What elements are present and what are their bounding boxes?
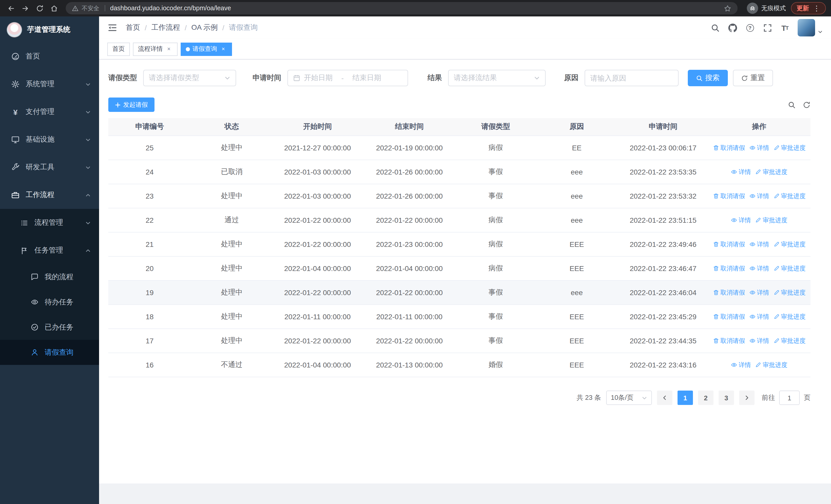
- bookmark-star-icon[interactable]: [724, 4, 732, 12]
- detail-link[interactable]: 详情: [749, 144, 769, 152]
- app-logo[interactable]: 芋道管理系统: [0, 17, 99, 42]
- goto-page-input[interactable]: [779, 391, 800, 405]
- approval-progress-link[interactable]: 审批进度: [773, 240, 806, 249]
- page-size-select[interactable]: 10条/页: [606, 391, 652, 405]
- detail-link[interactable]: 详情: [749, 312, 769, 321]
- breadcrumb-item[interactable]: 首页: [126, 23, 140, 32]
- forward-icon[interactable]: [19, 2, 32, 15]
- detail-link[interactable]: 详情: [749, 288, 769, 297]
- user-avatar[interactable]: [798, 19, 815, 36]
- plus-icon: [115, 102, 121, 108]
- sidebar-item-done-tasks[interactable]: 已办任务: [0, 315, 99, 340]
- create-leave-button[interactable]: 发起请假: [108, 97, 154, 112]
- sidebar-item-my-process[interactable]: 我的流程: [0, 264, 99, 290]
- create-leave-label: 发起请假: [123, 100, 148, 109]
- refresh-icon: [741, 75, 748, 81]
- page-button-3[interactable]: 3: [719, 391, 734, 405]
- reset-button-label: 重置: [750, 73, 765, 83]
- breadcrumb-item[interactable]: 工作流程: [151, 23, 180, 32]
- detail-link[interactable]: 详情: [749, 240, 769, 249]
- trash-icon: [713, 314, 719, 320]
- cancel-leave-link[interactable]: 取消请假: [713, 336, 745, 345]
- sidebar-item-payment[interactable]: ¥ 支付管理: [0, 98, 99, 126]
- github-icon[interactable]: [724, 17, 741, 39]
- eye-icon: [731, 217, 737, 223]
- cancel-leave-link[interactable]: 取消请假: [713, 264, 745, 273]
- detail-link[interactable]: 详情: [749, 264, 769, 273]
- approval-progress-link[interactable]: 审批进度: [773, 336, 806, 345]
- not-secure-warning-icon[interactable]: [72, 5, 79, 11]
- cancel-leave-link[interactable]: 取消请假: [713, 192, 745, 200]
- page-button-2[interactable]: 2: [698, 391, 713, 405]
- browser-update-button[interactable]: 更新 ⋮: [791, 2, 826, 14]
- search-button[interactable]: 搜索: [688, 70, 728, 86]
- approval-progress-link[interactable]: 审批进度: [773, 192, 806, 200]
- tab-bar: 首页 流程详情 × 请假查询 ×: [99, 39, 831, 60]
- home-icon[interactable]: [47, 2, 61, 15]
- detail-link[interactable]: 详情: [731, 360, 751, 369]
- approval-progress-link[interactable]: 审批进度: [773, 264, 806, 273]
- close-icon[interactable]: ×: [165, 46, 172, 53]
- collapse-sidebar-icon[interactable]: [107, 23, 118, 33]
- approval-progress-link[interactable]: 审批进度: [755, 216, 787, 225]
- url-text[interactable]: dashboard.yudao.iocoder.cn/bpm/oa/leave: [110, 5, 231, 12]
- font-size-icon[interactable]: TT: [776, 17, 794, 39]
- back-icon[interactable]: [4, 2, 18, 15]
- browser-menu-icon[interactable]: ⋮: [813, 4, 820, 12]
- detail-link[interactable]: 详情: [731, 168, 751, 176]
- approval-progress-link[interactable]: 审批进度: [755, 168, 787, 176]
- toggle-search-icon[interactable]: [788, 101, 796, 109]
- approval-progress-link[interactable]: 审批进度: [773, 288, 806, 297]
- sidebar-item-label: 流程管理: [34, 218, 63, 227]
- apply-time-range-picker[interactable]: 开始日期 - 结束日期: [287, 70, 408, 86]
- incognito-badge: 无痕模式: [747, 3, 786, 14]
- close-icon[interactable]: ×: [220, 46, 227, 53]
- sidebar-item-system[interactable]: 系统管理: [0, 70, 99, 98]
- cancel-leave-link[interactable]: 取消请假: [713, 312, 745, 321]
- sidebar-item-leave-query[interactable]: 请假查询: [0, 340, 99, 365]
- breadcrumb-item[interactable]: OA 示例: [192, 23, 218, 32]
- sidebar-item-todo-tasks[interactable]: 待办任务: [0, 290, 99, 315]
- tab-home[interactable]: 首页: [107, 42, 130, 56]
- page-button-1[interactable]: 1: [678, 391, 693, 405]
- cancel-leave-link[interactable]: 取消请假: [713, 240, 745, 249]
- eye-icon: [749, 338, 755, 344]
- chevron-right-icon: [744, 395, 750, 401]
- sidebar-item-infra[interactable]: 基础设施: [0, 126, 99, 153]
- reload-icon[interactable]: [33, 2, 46, 15]
- approval-progress-link[interactable]: 审批进度: [773, 312, 806, 321]
- detail-link[interactable]: 详情: [749, 336, 769, 345]
- cancel-leave-link[interactable]: 取消请假: [713, 288, 745, 297]
- security-label[interactable]: 不安全: [82, 4, 99, 12]
- tab-leave-query[interactable]: 请假查询 ×: [181, 42, 232, 56]
- sidebar-item-task-mgmt[interactable]: 任务管理: [0, 237, 99, 264]
- wrench-icon: [11, 163, 20, 171]
- sidebar-item-home[interactable]: 首页: [0, 42, 99, 70]
- pen-icon: [773, 314, 779, 320]
- address-bar[interactable]: 不安全 dashboard.yudao.iocoder.cn/bpm/oa/le…: [66, 2, 738, 14]
- fullscreen-icon[interactable]: [758, 17, 776, 39]
- detail-link[interactable]: 详情: [749, 192, 769, 200]
- cancel-leave-link[interactable]: 取消请假: [713, 144, 745, 152]
- next-page-button[interactable]: [739, 391, 754, 405]
- approval-progress-link[interactable]: 审批进度: [773, 144, 806, 152]
- sidebar-item-label: 我的流程: [45, 272, 74, 281]
- detail-link[interactable]: 详情: [731, 216, 751, 225]
- sidebar-item-devtools[interactable]: 研发工具: [0, 153, 99, 181]
- leave-type-select[interactable]: 请选择请假类型: [143, 70, 236, 86]
- header-search-icon[interactable]: [706, 17, 724, 39]
- tab-process-detail[interactable]: 流程详情 ×: [133, 42, 178, 56]
- approval-progress-link[interactable]: 审批进度: [755, 360, 787, 369]
- result-select[interactable]: 请选择流结果: [448, 70, 546, 86]
- flag-icon: [21, 247, 28, 254]
- prev-page-button[interactable]: [657, 391, 672, 405]
- reset-button[interactable]: 重置: [733, 70, 773, 86]
- col-header-applied: 申请时间: [618, 122, 708, 131]
- help-icon[interactable]: ?: [741, 17, 758, 39]
- refresh-table-icon[interactable]: [803, 101, 810, 109]
- col-header-actions: 操作: [708, 122, 810, 131]
- sidebar-item-process-mgmt[interactable]: 流程管理: [0, 209, 99, 237]
- avatar-caret-icon[interactable]: [818, 29, 823, 34]
- sidebar-item-workflow[interactable]: 工作流程: [0, 181, 99, 209]
- reason-input[interactable]: [584, 70, 679, 86]
